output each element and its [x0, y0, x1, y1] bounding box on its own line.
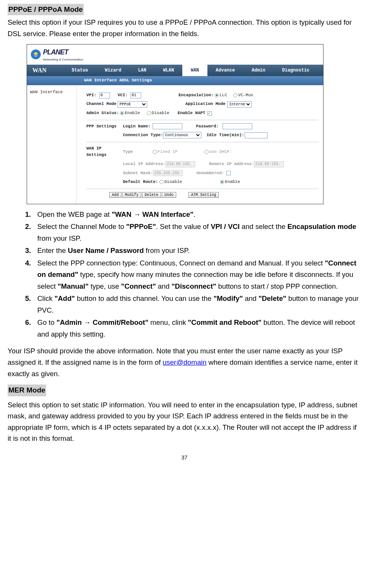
appmode-label: Application Mode	[185, 101, 227, 108]
defroute-enable-radio[interactable]	[220, 180, 224, 184]
nav-wizard[interactable]: Wizard	[97, 65, 130, 76]
pass-input[interactable]	[223, 123, 252, 129]
llc-radio[interactable]	[215, 93, 219, 97]
login-input[interactable]	[153, 123, 182, 129]
nav-status[interactable]: Status	[63, 65, 96, 76]
isp-note: Your ISP should provide the above inform…	[8, 345, 361, 379]
admin-enable-radio[interactable]	[120, 111, 124, 115]
delete-button[interactable]: Delete	[142, 192, 161, 198]
encap-label: Encapsulation:	[178, 92, 215, 99]
login-label: Login Name:	[123, 123, 153, 130]
wanip-section: WAN IP Settings	[86, 145, 123, 159]
logo-main: PLANET	[43, 47, 83, 58]
subnav: WAN Interface ADSL Settings	[27, 76, 323, 85]
idle-input[interactable]	[245, 132, 268, 138]
subnet-label: Subnet Mask:	[123, 170, 153, 177]
steps-list: Open the WEB page at "WAN → WAN Interfac…	[34, 209, 361, 340]
nav-wan-title: WAN	[32, 65, 46, 75]
atm-button[interactable]: ATM Setting	[188, 192, 219, 198]
user-domain-link[interactable]: user@domain	[163, 358, 206, 366]
vpi-label: VPI:	[86, 92, 99, 99]
idle-label: Idle Time(min):	[207, 132, 245, 139]
step-4: Select the PPP connection type: Continuo…	[34, 257, 361, 292]
vpi-input[interactable]	[99, 92, 110, 99]
local-input	[166, 161, 195, 167]
nav-diagnostic[interactable]: Diagnostic	[274, 65, 318, 76]
ppp-section: PPP Settings	[86, 123, 123, 130]
pass-label: Password:	[196, 123, 223, 130]
planet-logo-icon	[31, 49, 41, 59]
dhcp-radio	[204, 150, 209, 154]
sidebar-item-wan[interactable]: WAN Interface	[30, 90, 63, 94]
page-number: 37	[8, 453, 361, 462]
pppoe-title: PPPoE / PPPoA Mode	[8, 4, 84, 15]
admin-disable-radio[interactable]	[147, 111, 151, 115]
nav-advance[interactable]: Advance	[207, 65, 243, 76]
remote-input	[254, 161, 284, 167]
vcmux-label: VC-Mux	[238, 92, 253, 99]
subnet-input	[153, 170, 183, 176]
appmode-select[interactable]: Internet	[227, 101, 252, 108]
nav-wan[interactable]: WAN	[182, 65, 207, 76]
step-3: Enter the User Name / Password from your…	[34, 245, 361, 257]
local-label: Local IP Address:	[123, 161, 166, 168]
type-label: Type	[123, 149, 153, 156]
step-5: Click "Add" button to add this channel. …	[34, 293, 361, 316]
defroute-disable-label: Disable	[164, 179, 182, 186]
step-1: Open the WEB page at "WAN → WAN Interfac…	[34, 209, 361, 221]
form-area: VPI: VCI: Encapsulation: LLC VC-Mux Chan…	[76, 85, 323, 204]
conn-select[interactable]: Continuous	[163, 132, 201, 138]
logo-text: PLANET Networking & Communication	[43, 47, 83, 63]
nav-bar: WAN Status Wizard LAN WLAN WAN Advance A…	[27, 65, 323, 76]
unnum-label: Unnumbered:	[196, 170, 226, 177]
nav-admin[interactable]: Admin	[243, 65, 274, 76]
napt-label: Enable NAPT	[178, 110, 207, 117]
fixed-radio	[153, 150, 157, 154]
pppoe-intro: Select this option if your ISP requires …	[8, 17, 361, 39]
vci-label: VCI:	[118, 92, 131, 99]
dhcp-label: Use DHCP:	[209, 149, 232, 156]
nav-lan[interactable]: LAN	[130, 65, 155, 76]
undo-button[interactable]: Undo	[162, 192, 176, 198]
logo-sub: Networking & Communication	[43, 57, 83, 62]
router-screenshot: PLANET Networking & Communication WAN St…	[27, 44, 323, 204]
mer-body: Select this option to set static IP info…	[8, 399, 361, 444]
sidebar: WAN Interface	[27, 85, 76, 204]
chmode-label: Channel Mode	[86, 101, 118, 108]
nav-wlan[interactable]: WLAN	[155, 65, 182, 76]
modify-button[interactable]: Modify	[122, 192, 141, 198]
defroute-label: Default Route:	[123, 179, 159, 186]
fixed-label: Fixed IP	[158, 149, 178, 156]
admin-disable-label: Disable	[152, 110, 169, 117]
llc-label: LLC	[220, 92, 227, 99]
chmode-select[interactable]: PPPoE	[118, 101, 147, 108]
logo-bar: PLANET Networking & Communication	[27, 44, 323, 65]
vci-input[interactable]	[131, 92, 141, 99]
remote-label: Remote IP Address:	[209, 161, 254, 168]
defroute-disable-radio[interactable]	[159, 180, 164, 184]
step-2: Select the Channel Mode to "PPPoE". Set …	[34, 221, 361, 244]
mer-title: MER Mode	[8, 385, 46, 396]
unnum-checkbox	[226, 171, 231, 175]
admin-enable-label: Enable	[125, 110, 140, 117]
step-6: Go to "Admin → Commit/Reboot" menu, clin…	[34, 317, 361, 340]
conn-label: Connection Type:	[123, 132, 163, 139]
add-button[interactable]: Add	[109, 192, 121, 198]
napt-checkbox[interactable]	[207, 111, 212, 116]
defroute-enable-label: Enable	[225, 179, 240, 186]
vcmux-radio[interactable]	[233, 93, 237, 97]
admin-label: Admin Status:	[86, 110, 120, 117]
